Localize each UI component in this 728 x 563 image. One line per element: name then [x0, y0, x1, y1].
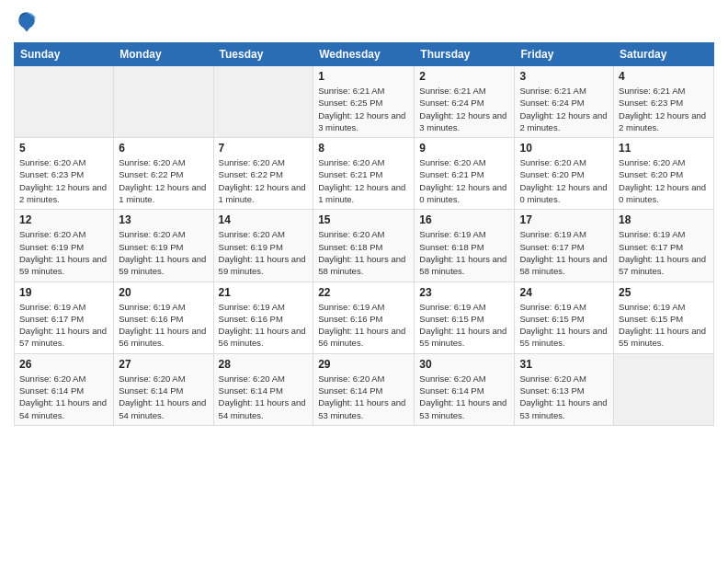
day-info: Sunrise: 6:21 AM Sunset: 6:23 PM Dayligh… — [619, 85, 709, 133]
day-number: 10 — [519, 142, 609, 155]
day-number: 31 — [519, 358, 609, 371]
logo-icon — [14, 9, 40, 35]
day-number: 13 — [119, 213, 208, 226]
calendar-cell: 4Sunrise: 6:21 AM Sunset: 6:23 PM Daylig… — [614, 66, 714, 138]
day-info: Sunrise: 6:20 AM Sunset: 6:14 PM Dayligh… — [119, 373, 208, 421]
day-info: Sunrise: 6:19 AM Sunset: 6:15 PM Dayligh… — [419, 301, 509, 350]
day-info: Sunrise: 6:19 AM Sunset: 6:15 PM Dayligh… — [619, 301, 709, 350]
day-info: Sunrise: 6:20 AM Sunset: 6:19 PM Dayligh… — [219, 228, 309, 277]
header — [14, 9, 714, 35]
calendar-cell: 7Sunrise: 6:20 AM Sunset: 6:22 PM Daylig… — [213, 138, 313, 210]
calendar-table: Sunday Monday Tuesday Wednesday Thursday… — [14, 42, 714, 426]
day-info: Sunrise: 6:20 AM Sunset: 6:23 PM Dayligh… — [19, 156, 108, 205]
day-info: Sunrise: 6:20 AM Sunset: 6:14 PM Dayligh… — [419, 373, 509, 421]
calendar-cell: 17Sunrise: 6:19 AM Sunset: 6:17 PM Dayli… — [515, 210, 614, 282]
calendar-cell: 21Sunrise: 6:19 AM Sunset: 6:16 PM Dayli… — [213, 282, 313, 353]
day-number: 22 — [318, 286, 409, 299]
day-number: 21 — [219, 286, 309, 299]
day-number: 19 — [19, 286, 108, 299]
calendar-cell: 31Sunrise: 6:20 AM Sunset: 6:13 PM Dayli… — [515, 353, 614, 425]
calendar-cell: 23Sunrise: 6:19 AM Sunset: 6:15 PM Dayli… — [415, 282, 515, 353]
day-number: 7 — [219, 142, 309, 155]
calendar-cell: 14Sunrise: 6:20 AM Sunset: 6:19 PM Dayli… — [213, 210, 313, 282]
calendar-cell: 6Sunrise: 6:20 AM Sunset: 6:22 PM Daylig… — [114, 138, 213, 210]
day-number: 29 — [318, 358, 409, 371]
header-wednesday: Wednesday — [313, 43, 415, 66]
day-info: Sunrise: 6:20 AM Sunset: 6:18 PM Dayligh… — [318, 228, 409, 277]
day-number: 15 — [318, 213, 409, 226]
day-info: Sunrise: 6:19 AM Sunset: 6:16 PM Dayligh… — [219, 301, 309, 350]
day-info: Sunrise: 6:19 AM Sunset: 6:16 PM Dayligh… — [119, 301, 208, 350]
header-thursday: Thursday — [415, 43, 515, 66]
calendar-cell: 18Sunrise: 6:19 AM Sunset: 6:17 PM Dayli… — [614, 210, 714, 282]
day-number: 12 — [19, 213, 108, 226]
day-number: 16 — [419, 213, 509, 226]
calendar-cell: 15Sunrise: 6:20 AM Sunset: 6:18 PM Dayli… — [313, 210, 415, 282]
day-info: Sunrise: 6:20 AM Sunset: 6:21 PM Dayligh… — [419, 156, 509, 205]
calendar-cell: 22Sunrise: 6:19 AM Sunset: 6:16 PM Dayli… — [313, 282, 415, 353]
day-info: Sunrise: 6:20 AM Sunset: 6:14 PM Dayligh… — [318, 373, 409, 421]
calendar-cell: 5Sunrise: 6:20 AM Sunset: 6:23 PM Daylig… — [15, 138, 114, 210]
calendar-cell: 1Sunrise: 6:21 AM Sunset: 6:25 PM Daylig… — [313, 66, 415, 138]
day-info: Sunrise: 6:19 AM Sunset: 6:17 PM Dayligh… — [619, 228, 709, 277]
calendar-cell: 16Sunrise: 6:19 AM Sunset: 6:18 PM Dayli… — [415, 210, 515, 282]
day-info: Sunrise: 6:20 AM Sunset: 6:14 PM Dayligh… — [19, 373, 108, 421]
calendar-cell: 9Sunrise: 6:20 AM Sunset: 6:21 PM Daylig… — [415, 138, 515, 210]
calendar-cell: 26Sunrise: 6:20 AM Sunset: 6:14 PM Dayli… — [15, 353, 114, 425]
calendar-cell: 3Sunrise: 6:21 AM Sunset: 6:24 PM Daylig… — [515, 66, 614, 138]
calendar-cell: 24Sunrise: 6:19 AM Sunset: 6:15 PM Dayli… — [515, 282, 614, 353]
day-info: Sunrise: 6:19 AM Sunset: 6:18 PM Dayligh… — [419, 228, 509, 277]
day-number: 27 — [119, 358, 208, 371]
day-number: 30 — [419, 358, 509, 371]
day-number: 25 — [619, 286, 709, 299]
header-saturday: Saturday — [614, 43, 714, 66]
day-number: 23 — [419, 286, 509, 299]
day-info: Sunrise: 6:20 AM Sunset: 6:20 PM Dayligh… — [519, 156, 609, 205]
day-info: Sunrise: 6:21 AM Sunset: 6:24 PM Dayligh… — [519, 85, 609, 133]
header-sunday: Sunday — [15, 43, 114, 66]
day-info: Sunrise: 6:20 AM Sunset: 6:19 PM Dayligh… — [19, 228, 108, 277]
calendar-cell: 12Sunrise: 6:20 AM Sunset: 6:19 PM Dayli… — [15, 210, 114, 282]
calendar-cell: 10Sunrise: 6:20 AM Sunset: 6:20 PM Dayli… — [515, 138, 614, 210]
day-info: Sunrise: 6:20 AM Sunset: 6:14 PM Dayligh… — [219, 373, 309, 421]
calendar-week-row: 19Sunrise: 6:19 AM Sunset: 6:17 PM Dayli… — [15, 282, 714, 353]
day-info: Sunrise: 6:19 AM Sunset: 6:15 PM Dayligh… — [519, 301, 609, 350]
day-number: 8 — [318, 142, 409, 155]
day-number: 26 — [19, 358, 108, 371]
day-number: 9 — [419, 142, 509, 155]
day-info: Sunrise: 6:20 AM Sunset: 6:19 PM Dayligh… — [119, 228, 208, 277]
calendar-cell — [15, 66, 114, 138]
header-tuesday: Tuesday — [213, 43, 313, 66]
day-number: 5 — [19, 142, 108, 155]
calendar-cell: 8Sunrise: 6:20 AM Sunset: 6:21 PM Daylig… — [313, 138, 415, 210]
day-number: 4 — [619, 70, 709, 83]
day-info: Sunrise: 6:21 AM Sunset: 6:25 PM Dayligh… — [318, 85, 409, 133]
calendar-cell: 19Sunrise: 6:19 AM Sunset: 6:17 PM Dayli… — [15, 282, 114, 353]
calendar-cell: 25Sunrise: 6:19 AM Sunset: 6:15 PM Dayli… — [614, 282, 714, 353]
day-number: 14 — [219, 213, 309, 226]
day-number: 24 — [519, 286, 609, 299]
calendar-cell — [114, 66, 213, 138]
logo — [14, 9, 43, 35]
day-info: Sunrise: 6:19 AM Sunset: 6:16 PM Dayligh… — [318, 301, 409, 350]
day-number: 3 — [519, 70, 609, 83]
day-number: 17 — [519, 213, 609, 226]
day-info: Sunrise: 6:20 AM Sunset: 6:22 PM Dayligh… — [219, 156, 309, 205]
calendar-cell: 29Sunrise: 6:20 AM Sunset: 6:14 PM Dayli… — [313, 353, 415, 425]
calendar-cell — [614, 353, 714, 425]
calendar-header-row: Sunday Monday Tuesday Wednesday Thursday… — [15, 43, 714, 66]
calendar-cell: 20Sunrise: 6:19 AM Sunset: 6:16 PM Dayli… — [114, 282, 213, 353]
calendar-cell: 13Sunrise: 6:20 AM Sunset: 6:19 PM Dayli… — [114, 210, 213, 282]
header-friday: Friday — [515, 43, 614, 66]
day-info: Sunrise: 6:20 AM Sunset: 6:22 PM Dayligh… — [119, 156, 208, 205]
day-number: 20 — [119, 286, 208, 299]
day-info: Sunrise: 6:20 AM Sunset: 6:20 PM Dayligh… — [619, 156, 709, 205]
calendar-week-row: 26Sunrise: 6:20 AM Sunset: 6:14 PM Dayli… — [15, 353, 714, 425]
header-monday: Monday — [114, 43, 213, 66]
day-number: 1 — [318, 70, 409, 83]
calendar-cell: 30Sunrise: 6:20 AM Sunset: 6:14 PM Dayli… — [415, 353, 515, 425]
page: Sunday Monday Tuesday Wednesday Thursday… — [0, 0, 728, 563]
day-info: Sunrise: 6:20 AM Sunset: 6:13 PM Dayligh… — [519, 373, 609, 421]
day-number: 18 — [619, 213, 709, 226]
day-number: 28 — [219, 358, 309, 371]
